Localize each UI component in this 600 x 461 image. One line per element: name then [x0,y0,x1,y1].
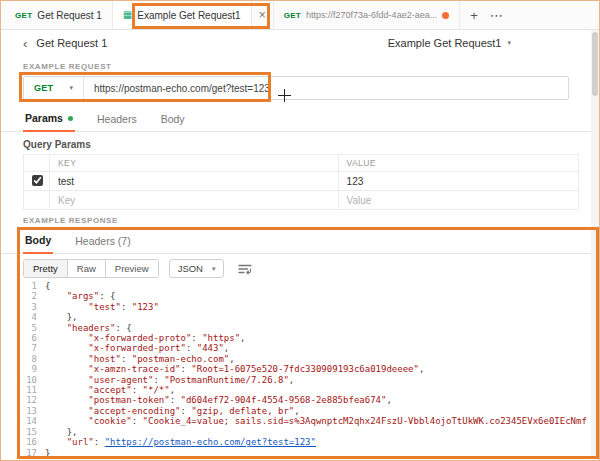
param-value-cell[interactable]: 123 [338,172,578,191]
query-params-table: KEY VALUE test 123 Key Value [23,154,579,210]
json-code: 1{2 "args": {3 "test": "123"4 },5 "heade… [23,281,587,458]
tab-options-button[interactable]: ⋯ [490,8,503,23]
close-tab-icon[interactable]: × [252,1,274,29]
vertical-scrollbar[interactable] [591,30,599,460]
checkbox-column-header [24,155,50,172]
chevron-down-icon: ▾ [507,39,511,47]
tab-response-headers[interactable]: Headers (7) [73,231,132,253]
pretty-button[interactable]: Pretty [24,260,68,277]
tab-title: https://f270f73a-6fdd-4ae2-aea... [306,10,437,20]
tab-title: Example Get Request1 [137,10,240,21]
tab-bar: GET Get Request 1 ▦ Example Get Request1… [1,1,599,30]
scrollbar-thumb[interactable] [592,32,598,96]
method-get-label: GET [284,11,301,20]
tab-params-label: Params [25,112,63,124]
request-header: ‹ Get Request 1 Example Get Request1 ▾ [1,30,599,56]
unsaved-changes-dot [442,12,449,19]
tab-title: Get Request 1 [37,10,101,21]
value-column-header: VALUE [338,155,578,172]
query-params-label: Query Params [1,132,599,154]
table-row-placeholder: Key Value [24,191,579,210]
breadcrumb: Get Request 1 [36,37,107,49]
add-tab-button[interactable]: + [470,8,478,23]
crosshair-cursor [278,89,291,102]
tab-actions: + ⋯ [460,1,513,29]
table-row: test 123 [24,172,579,191]
example-request-label: EXAMPLE REQUEST [1,56,599,76]
method-get-label: GET [34,83,53,93]
postman-window: GET Get Request 1 ▦ Example Get Request1… [0,0,600,461]
response-body-editor[interactable]: 1{2 "args": {3 "test": "123"4 },5 "heade… [23,281,587,459]
chevron-down-icon: ▾ [212,265,216,273]
tab-unsaved-request[interactable]: GET https://f270f73a-6fdd-4ae2-aea... [274,1,460,29]
tab-example-get-request1[interactable]: ▦ Example Get Request1 [113,1,252,29]
request-url-bar: GET ▾ https://postman-echo.com/get?test=… [23,76,569,100]
chevron-down-icon: ▾ [69,84,73,92]
wrap-lines-icon[interactable] [238,263,252,275]
param-value-placeholder[interactable]: Value [338,191,578,210]
param-key-cell[interactable]: test [50,172,339,191]
key-column-header: KEY [50,155,339,172]
format-label: JSON [178,263,203,274]
method-dropdown[interactable]: GET ▾ [24,77,84,99]
back-button[interactable]: ‹ [23,37,27,50]
tab-params[interactable]: Params [23,108,75,132]
response-tabs: Body Headers (7) [1,230,599,254]
view-switcher: Pretty Raw Preview [23,259,159,278]
example-response-label: EXAMPLE RESPONSE [1,210,599,230]
param-key-placeholder[interactable]: Key [50,191,339,210]
table-header-row: KEY VALUE [24,155,579,172]
tab-body[interactable]: Body [159,109,187,131]
raw-button[interactable]: Raw [68,260,106,277]
example-selector-label: Example Get Request1 [388,37,502,49]
response-toolbar: Pretty Raw Preview JSON ▾ [1,254,599,281]
tab-headers[interactable]: Headers [95,109,139,131]
params-present-dot [68,116,73,121]
preview-button[interactable]: Preview [106,260,158,277]
url-input[interactable]: https://postman-echo.com/get?test=123 [84,77,568,99]
example-selector-dropdown[interactable]: Example Get Request1 ▾ [388,37,511,49]
tab-get-request-1[interactable]: GET Get Request 1 [5,1,113,29]
format-dropdown[interactable]: JSON ▾ [169,259,225,278]
row-checkbox[interactable] [32,175,43,186]
tab-response-body[interactable]: Body [23,230,53,254]
request-tabs: Params Headers Body [1,108,599,132]
example-icon: ▦ [123,10,132,20]
method-get-label: GET [15,11,32,20]
